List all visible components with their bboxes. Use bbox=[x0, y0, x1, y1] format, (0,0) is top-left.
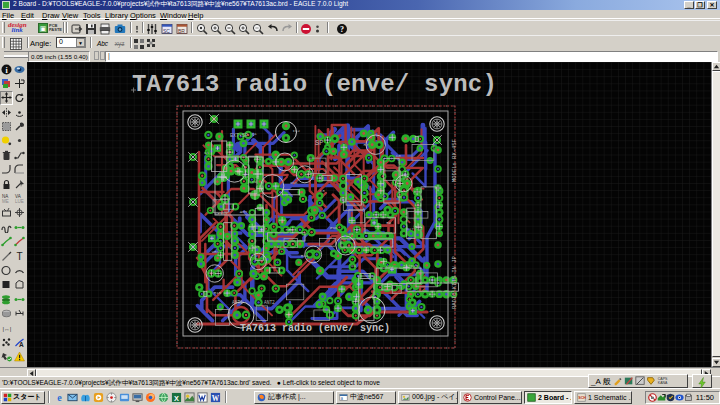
svg-text:?: ? bbox=[340, 24, 344, 33]
svg-text:X: X bbox=[174, 393, 179, 402]
svg-text:NE567: NE567 bbox=[215, 212, 228, 216]
svg-text:AMT: AMT bbox=[240, 210, 248, 214]
svg-text:Q1: Q1 bbox=[252, 132, 258, 136]
svg-text:W: W bbox=[212, 393, 220, 402]
svg-text:C8: C8 bbox=[396, 154, 402, 158]
svg-text:MODELs RX-45F: MODELs RX-45F bbox=[451, 139, 458, 182]
svg-text:RADIO KITS IN JP: RADIO KITS IN JP bbox=[451, 256, 458, 309]
svg-text:TA7613 radio (enve/ sync): TA7613 radio (enve/ sync) bbox=[132, 71, 497, 98]
svg-text:SC: SC bbox=[163, 27, 170, 33]
svg-text:BR: BR bbox=[178, 27, 185, 33]
svg-text:C3: C3 bbox=[320, 189, 326, 193]
svg-text:T1: T1 bbox=[252, 180, 258, 184]
svg-text:A: A bbox=[19, 341, 24, 348]
svg-text:T: T bbox=[16, 251, 22, 262]
svg-text:L2: L2 bbox=[403, 177, 409, 181]
svg-text:C12: C12 bbox=[274, 245, 282, 249]
svg-text:EXT•SP: EXT•SP bbox=[230, 133, 248, 139]
svg-text:ME: ME bbox=[2, 199, 9, 204]
svg-text:TA7613: TA7613 bbox=[403, 264, 419, 268]
svg-text:ANT1: ANT1 bbox=[232, 300, 243, 305]
svg-text:SCH: SCH bbox=[578, 396, 586, 400]
svg-text:C1: C1 bbox=[204, 151, 210, 155]
svg-text:R9: R9 bbox=[386, 221, 392, 225]
svg-text:D1: D1 bbox=[351, 264, 357, 268]
svg-text:VR1: VR1 bbox=[212, 250, 220, 254]
svg-text:ANT2: ANT2 bbox=[264, 300, 275, 305]
svg-text:|↔|: |↔| bbox=[2, 326, 13, 333]
svg-text:R7: R7 bbox=[364, 143, 370, 147]
svg-text:LUE: LUE bbox=[15, 199, 24, 204]
svg-text:R12: R12 bbox=[301, 254, 309, 258]
svg-text:SP: SP bbox=[315, 139, 323, 147]
svg-text:TA7613 radio (enve/ sync): TA7613 radio (enve/ sync) bbox=[240, 323, 390, 334]
svg-text:VC: VC bbox=[397, 195, 403, 199]
svg-text:OSC: OSC bbox=[290, 181, 298, 185]
svg-text:C22: C22 bbox=[386, 265, 394, 269]
svg-text:C17: C17 bbox=[406, 227, 414, 231]
svg-text:JP2: JP2 bbox=[340, 196, 348, 200]
svg-text:GND: GND bbox=[330, 226, 338, 230]
svg-text:R15: R15 bbox=[214, 291, 222, 295]
svg-text:IC2: IC2 bbox=[292, 129, 300, 133]
svg-text:AF: AF bbox=[429, 309, 435, 313]
svg-text:X1: X1 bbox=[349, 232, 355, 236]
svg-text:e: e bbox=[57, 392, 62, 403]
